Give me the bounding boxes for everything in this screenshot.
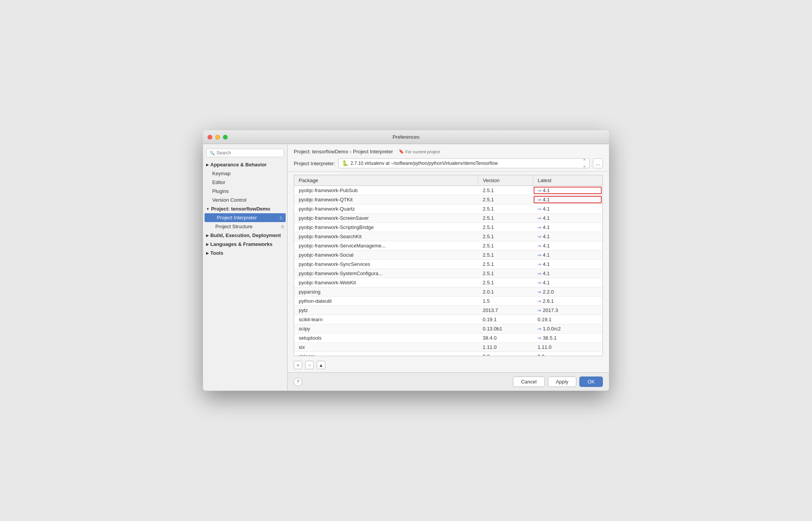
package-version: 2.5.1 <box>478 232 533 241</box>
package-latest: ⇒ 38.5.1 <box>533 334 602 343</box>
help-button[interactable]: ? <box>294 378 302 386</box>
upgrade-arrow-icon: ⇒ <box>537 234 542 239</box>
package-latest: ⇒ 2017.3 <box>533 306 602 315</box>
interpreter-row: Project Interpreter: 🐍 2.7.10 virtualenv… <box>294 158 603 168</box>
package-name: six <box>294 343 478 352</box>
upgrade-arrow-icon: ⇒ <box>537 280 542 285</box>
package-name: pyobjc-framework-ScriptingBridge <box>294 223 478 232</box>
package-name: scikit-learn <box>294 315 478 324</box>
package-latest: ⇒ 4.1 <box>533 241 602 251</box>
table-row[interactable]: pyobjc-framework-QTKit2.5.1⇒ 4.1 <box>294 195 602 204</box>
upgrade-package-button[interactable]: ▲ <box>317 361 325 369</box>
upgrade-arrow-icon: ⇒ <box>537 197 542 202</box>
sidebar-item-label: Editor <box>212 179 225 185</box>
maximize-button[interactable] <box>223 135 228 139</box>
close-button[interactable] <box>208 135 212 139</box>
search-input[interactable] <box>216 150 281 156</box>
sidebar-item-label: Project: tensorflowDemo <box>211 206 270 212</box>
add-package-button[interactable]: + <box>294 361 302 369</box>
more-options-button[interactable]: ... <box>593 158 603 168</box>
upgrade-arrow-icon: ⇒ <box>537 335 542 341</box>
table-row[interactable]: setuptools38.4.0⇒ 38.5.1 <box>294 334 602 343</box>
table-row[interactable]: pyobjc-framework-Social2.5.1⇒ 4.1 <box>294 251 602 260</box>
search-box[interactable]: 🔍 <box>206 149 284 157</box>
sidebar-item-editor[interactable]: Editor <box>203 178 287 187</box>
table-row[interactable]: pytz2013.7⇒ 2017.3 <box>294 306 602 315</box>
upgrade-arrow-icon: ⇒ <box>537 289 542 295</box>
package-latest: 1.11.0 <box>533 343 602 352</box>
table-row[interactable]: pyobjc-framework-Quartz2.5.1⇒ 4.1 <box>294 204 602 214</box>
window-title: Preferences <box>393 134 419 140</box>
table-row[interactable]: scikit-learn0.19.10.19.1 <box>294 315 602 324</box>
table-row[interactable]: pyobjc-framework-SystemConfigura...2.5.1… <box>294 269 602 278</box>
package-version: 2.5.1 <box>478 186 533 195</box>
package-version: 2.5.1 <box>478 251 533 260</box>
for-current-label: 🔖 For current project <box>399 149 440 154</box>
table-row[interactable]: pyparsing2.0.1⇒ 2.2.0 <box>294 287 602 297</box>
upgrade-arrow-icon: ⇒ <box>537 243 542 249</box>
package-version: 2.5.1 <box>478 260 533 269</box>
table-row[interactable]: pyobjc-framework-PubSub2.5.1⇒ 4.1 <box>294 186 602 195</box>
remove-package-button[interactable]: − <box>305 361 314 369</box>
preferences-window: Preferences 🔍 ▶ Appearance & Behavior Ke… <box>203 130 609 391</box>
interpreter-selector[interactable]: 🐍 2.7.10 virtualenv at ~/software/python… <box>338 158 590 168</box>
package-latest: ⇒ 2.6.1 <box>533 297 602 306</box>
upgrade-arrow-icon: ⇒ <box>537 252 542 258</box>
table-row[interactable]: pyobjc-framework-ScriptingBridge2.5.1⇒ 4… <box>294 223 602 232</box>
sidebar-item-plugins[interactable]: Plugins <box>203 187 287 196</box>
table-header-row: Package Version Latest <box>294 175 602 186</box>
bookmark-icon: 🔖 <box>399 149 404 154</box>
package-version: 2.5.1 <box>478 214 533 223</box>
right-panel: Project: tensorflowDemo › Project Interp… <box>288 144 609 391</box>
sidebar-item-languages-frameworks[interactable]: ▶ Languages & Frameworks <box>203 240 287 249</box>
col-latest: Latest <box>533 175 602 186</box>
sidebar-item-build-execution-deployment[interactable]: ▶ Build, Execution, Deployment <box>203 231 287 240</box>
red-outline-box <box>534 196 602 203</box>
table-row[interactable]: sklearn0.00.0 <box>294 352 602 357</box>
breadcrumb: Project: tensorflowDemo › Project Interp… <box>294 149 603 154</box>
sidebar-item-project-interpreter[interactable]: Project Interpreter ⎘ <box>205 213 286 222</box>
package-version: 2013.7 <box>478 306 533 315</box>
sidebar-item-label: Tools <box>210 250 223 256</box>
cancel-button[interactable]: Cancel <box>513 377 544 387</box>
sidebar-item-appearance-behavior[interactable]: ▶ Appearance & Behavior <box>203 160 287 169</box>
ok-button[interactable]: OK <box>579 377 603 387</box>
package-version: 2.5.1 <box>478 223 533 232</box>
red-outline-box <box>534 187 602 194</box>
expand-arrow: ▶ <box>206 234 209 237</box>
upgrade-arrow-icon: ⇒ <box>537 225 542 230</box>
package-name: pyobjc-framework-SyncServices <box>294 260 478 269</box>
interpreter-label: Project Interpreter: <box>294 161 335 166</box>
sidebar-item-label: Languages & Frameworks <box>210 241 273 247</box>
table-row[interactable]: python-dateutil1.5⇒ 2.6.1 <box>294 297 602 306</box>
python-icon: 🐍 <box>342 160 348 166</box>
table-row[interactable]: pyobjc-framework-SyncServices2.5.1⇒ 4.1 <box>294 260 602 269</box>
table-row[interactable]: scipy0.13.0b1⇒ 1.0.0rc2 <box>294 324 602 334</box>
packages-table-container: Package Version Latest pyobjc-framework-… <box>294 175 603 356</box>
package-latest: ⇒ 4.1 <box>533 278 602 287</box>
package-name: pyobjc-framework-QTKit <box>294 195 478 204</box>
package-name: pyobjc-framework-WebKit <box>294 278 478 287</box>
title-bar: Preferences <box>203 130 609 144</box>
package-version: 38.4.0 <box>478 334 533 343</box>
package-latest: ⇒ 4.1 <box>533 223 602 232</box>
sidebar-item-tools[interactable]: ▶ Tools <box>203 249 287 257</box>
upgrade-arrow-icon: ⇒ <box>537 299 542 304</box>
table-row[interactable]: six1.11.01.11.0 <box>294 343 602 352</box>
sidebar-item-project-structure[interactable]: Project Structure ⎘ <box>203 222 287 231</box>
package-name: pytz <box>294 306 478 315</box>
minimize-button[interactable] <box>215 135 220 139</box>
sidebar-item-version-control[interactable]: Version Control <box>203 196 287 204</box>
sidebar-item-keymap[interactable]: Keymap <box>203 169 287 178</box>
package-name: pyobjc-framework-PubSub <box>294 186 478 195</box>
table-row[interactable]: pyobjc-framework-WebKit2.5.1⇒ 4.1 <box>294 278 602 287</box>
package-name: setuptools <box>294 334 478 343</box>
dialog-footer: ? Cancel Apply OK <box>288 372 609 391</box>
apply-button[interactable]: Apply <box>548 377 577 387</box>
table-row[interactable]: pyobjc-framework-ScreenSaver2.5.1⇒ 4.1 <box>294 214 602 223</box>
table-row[interactable]: pyobjc-framework-ServiceManageme...2.5.1… <box>294 241 602 251</box>
sidebar-item-project-tensorflowdemo[interactable]: ▼ Project: tensorflowDemo <box>203 204 287 213</box>
package-latest: ⇒ 4.1 <box>533 269 602 278</box>
upgrade-arrow-icon: ⇒ <box>537 188 542 193</box>
table-row[interactable]: pyobjc-framework-SearchKit2.5.1⇒ 4.1 <box>294 232 602 241</box>
